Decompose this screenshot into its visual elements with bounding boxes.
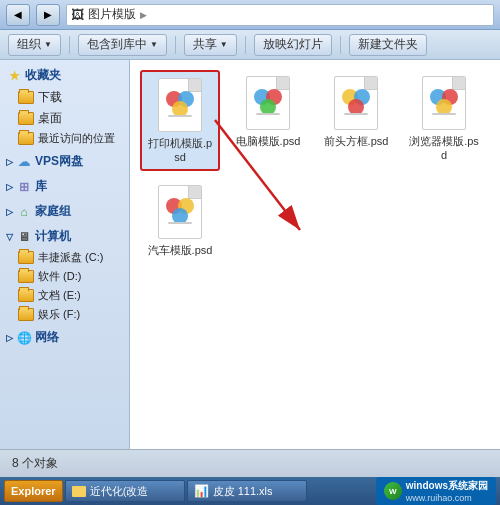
psd-file-icon	[246, 76, 290, 130]
file-icon-wrapper	[154, 76, 206, 134]
star-icon: ★	[6, 68, 22, 84]
svg-rect-9	[256, 113, 280, 115]
folder-icon-e	[18, 289, 34, 302]
watermark-logo: W	[384, 482, 402, 500]
svg-point-20	[172, 208, 188, 224]
expand-icon-comp: ▽	[6, 232, 13, 242]
psd-file-icon	[334, 76, 378, 130]
file-item-1[interactable]: 电脑模版.psd	[228, 70, 308, 171]
cloud-icon: ☁	[16, 154, 32, 170]
folder-icon-d	[18, 270, 34, 283]
slideshow-button[interactable]: 放映幻灯片	[254, 34, 332, 56]
file-item-3[interactable]: 浏览器模版.psd	[404, 70, 484, 171]
sidebar-section-computer: ▽ 🖥 计算机 丰捷派盘 (C:) 软件 (D:) 文档 (E:) 娱乐 (F:…	[0, 225, 129, 324]
file-icon-wrapper	[154, 183, 206, 241]
network-icon: 🌐	[16, 330, 32, 346]
sidebar-section-vps: ▷ ☁ VPS网盘	[0, 150, 129, 173]
library-icon: ⊞	[16, 179, 32, 195]
folder-icon-c	[18, 251, 34, 264]
back-button[interactable]: ◀	[6, 4, 30, 26]
watermark-sub: www.ruihao.com	[406, 493, 488, 503]
file-icon-wrapper	[330, 74, 382, 132]
taskbar-folder-icon	[72, 486, 86, 497]
psd-file-icon	[158, 78, 202, 132]
toolbar-separator	[69, 36, 70, 54]
toolbar: 组织 ▼ 包含到库中 ▼ 共享 ▼ 放映幻灯片 新建文件夹	[0, 30, 500, 60]
sidebar-header-homegroup[interactable]: ▷ ⌂ 家庭组	[0, 200, 129, 223]
taskbar-item-1[interactable]: 近代化(改造	[65, 480, 185, 502]
new-folder-button[interactable]: 新建文件夹	[349, 34, 427, 56]
sidebar: ★ 收藏夹 下载 桌面 最近访问的位置 ▷ ☁ VPS网盘	[0, 60, 130, 449]
breadcrumb-arrow: ▶	[140, 10, 147, 20]
sidebar-header-library[interactable]: ▷ ⊞ 库	[0, 175, 129, 198]
sidebar-item-f-drive[interactable]: 娱乐 (F:)	[0, 305, 129, 324]
expand-icon-lib: ▷	[6, 182, 13, 192]
taskbar: Explorer 近代化(改造 📊 皮皮 111.xls W windows系统…	[0, 477, 500, 505]
folder-icon: 🖼	[71, 7, 84, 22]
svg-rect-21	[168, 222, 192, 224]
taskbar-start-button[interactable]: Explorer	[4, 480, 63, 502]
watermark: W windows系统家园 www.ruihao.com	[376, 477, 496, 505]
sidebar-header-favorites[interactable]: ★ 收藏夹	[0, 64, 129, 87]
folder-icon-f	[18, 308, 34, 321]
file-area[interactable]: 打印机模版.psd 电脑模版.psd	[130, 60, 500, 449]
title-bar: ◀ ▶ 🖼 图片模版 ▶	[0, 0, 500, 30]
status-bar: 8 个对象	[0, 449, 500, 477]
psd-file-icon	[158, 185, 202, 239]
homegroup-icon: ⌂	[16, 204, 32, 220]
expand-icon-hg: ▷	[6, 207, 13, 217]
sidebar-section-favorites: ★ 收藏夹 下载 桌面 最近访问的位置	[0, 64, 129, 148]
status-count: 8 个对象	[12, 455, 58, 472]
svg-point-4	[172, 101, 188, 117]
svg-point-12	[348, 99, 364, 115]
file-item-0[interactable]: 打印机模版.psd	[140, 70, 220, 171]
toolbar-separator-3	[245, 36, 246, 54]
computer-icon: 🖥	[16, 229, 32, 245]
file-label: 电脑模版.psd	[236, 134, 301, 148]
file-icon-wrapper	[418, 74, 470, 132]
sidebar-item-desktop[interactable]: 桌面	[0, 108, 129, 129]
svg-point-8	[260, 99, 276, 115]
sidebar-header-network[interactable]: ▷ 🌐 网络	[0, 326, 129, 349]
sidebar-section-network: ▷ 🌐 网络	[0, 326, 129, 349]
excel-icon: 📊	[194, 484, 209, 498]
file-label: 打印机模版.psd	[146, 136, 214, 165]
expand-icon-net: ▷	[6, 333, 13, 343]
svg-rect-5	[168, 115, 192, 117]
sidebar-item-download[interactable]: 下载	[0, 87, 129, 108]
sidebar-section-library: ▷ ⊞ 库	[0, 175, 129, 198]
folder-icon	[18, 132, 34, 145]
taskbar-item-2[interactable]: 📊 皮皮 111.xls	[187, 480, 307, 502]
toolbar-separator-2	[175, 36, 176, 54]
svg-rect-17	[432, 113, 456, 115]
forward-button[interactable]: ▶	[36, 4, 60, 26]
file-label: 汽车模版.psd	[148, 243, 213, 257]
sidebar-header-computer[interactable]: ▽ 🖥 计算机	[0, 225, 129, 248]
sidebar-header-vps[interactable]: ▷ ☁ VPS网盘	[0, 150, 129, 173]
svg-point-16	[436, 99, 452, 115]
svg-rect-13	[344, 113, 368, 115]
sidebar-item-d-drive[interactable]: 软件 (D:)	[0, 267, 129, 286]
share-button[interactable]: 共享 ▼	[184, 34, 237, 56]
file-item-4[interactable]: 汽车模版.psd	[140, 179, 220, 261]
content-wrapper: ★ 收藏夹 下载 桌面 最近访问的位置 ▷ ☁ VPS网盘	[0, 60, 500, 449]
file-item-2[interactable]: 前头方框.psd	[316, 70, 396, 171]
organize-button[interactable]: 组织 ▼	[8, 34, 61, 56]
toolbar-separator-4	[340, 36, 341, 54]
psd-file-icon	[422, 76, 466, 130]
expand-icon: ▷	[6, 157, 13, 167]
file-label: 浏览器模版.psd	[408, 134, 480, 163]
file-icon-wrapper	[242, 74, 294, 132]
folder-icon	[18, 91, 34, 104]
sidebar-section-homegroup: ▷ ⌂ 家庭组	[0, 200, 129, 223]
include-library-button[interactable]: 包含到库中 ▼	[78, 34, 167, 56]
folder-icon	[18, 112, 34, 125]
sidebar-item-e-drive[interactable]: 文档 (E:)	[0, 286, 129, 305]
breadcrumb[interactable]: 🖼 图片模版 ▶	[66, 4, 494, 26]
breadcrumb-text: 图片模版	[88, 6, 136, 23]
file-label: 前头方框.psd	[324, 134, 389, 148]
sidebar-item-c-drive[interactable]: 丰捷派盘 (C:)	[0, 248, 129, 267]
watermark-text: windows系统家园	[406, 479, 488, 493]
sidebar-item-recent[interactable]: 最近访问的位置	[0, 129, 129, 148]
